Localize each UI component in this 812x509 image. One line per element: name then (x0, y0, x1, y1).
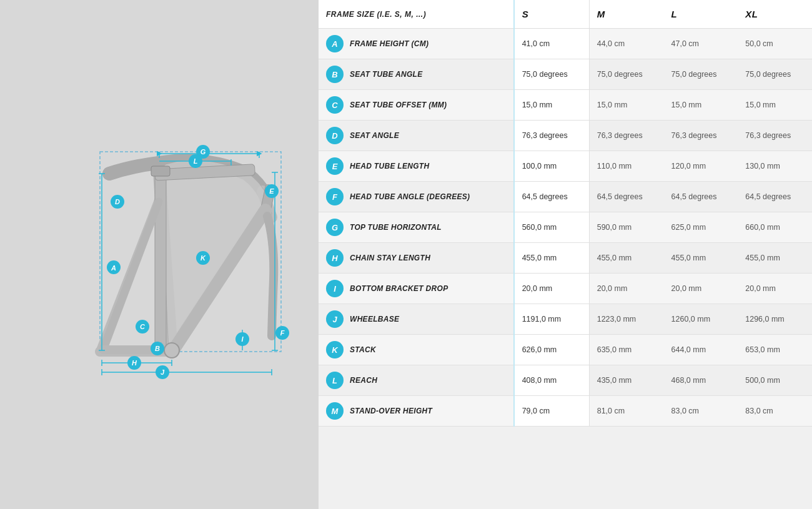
badge-e: E (326, 157, 344, 175)
row-l-m: 435,0 mm (589, 365, 663, 396)
row-a-l: 47,0 cm (664, 29, 738, 59)
size-m-header: M (589, 0, 663, 29)
svg-text:G: G (201, 148, 206, 156)
row-f-xl: 64,5 degrees (738, 182, 812, 212)
row-d-l: 76,3 degrees (664, 121, 738, 151)
row-m-l: 83,0 cm (664, 396, 738, 427)
label-text-g: TOP TUBE HORIZONTAL (350, 223, 442, 232)
row-i-s: 20,0 mm (514, 274, 590, 304)
row-a-m: 44,0 cm (589, 29, 663, 59)
label-text-c: SEAT TUBE OFFSET (MM) (350, 101, 447, 109)
row-m-s: 79,0 cm (514, 396, 590, 427)
svg-text:A: A (111, 264, 116, 272)
row-label-b: B SEAT TUBE ANGLE (319, 59, 514, 90)
badge-k: K (326, 341, 344, 358)
label-text-b: SEAT TUBE ANGLE (350, 70, 423, 79)
badge-h: H (326, 249, 344, 267)
badge-d: D (326, 127, 344, 144)
row-e-l: 120,0 mm (664, 151, 738, 182)
svg-text:D: D (115, 198, 120, 205)
row-label-l: L REACH (319, 365, 514, 396)
row-k-l: 644,0 mm (664, 335, 738, 365)
table-row: C SEAT TUBE OFFSET (MM) 15,0 mm15,0 mm15… (319, 90, 812, 121)
svg-text:K: K (201, 254, 206, 262)
row-e-s: 100,0 mm (514, 151, 590, 182)
row-c-l: 15,0 mm (664, 90, 738, 121)
row-a-s: 41,0 cm (514, 29, 590, 59)
badge-a: A (326, 35, 344, 52)
badge-f: F (326, 188, 344, 205)
row-c-s: 15,0 mm (514, 90, 590, 121)
diagram-section: A B C D E F G (0, 0, 319, 509)
row-label-m: M STAND-OVER HEIGHT (319, 396, 514, 427)
svg-rect-8 (151, 166, 170, 176)
size-s-header: S (514, 0, 590, 29)
table-row: J WHEELBASE 1191,0 mm1223,0 mm1260,0 mm1… (319, 304, 812, 335)
row-j-s: 1191,0 mm (514, 304, 590, 335)
badge-j: J (326, 310, 344, 328)
table-row: M STAND-OVER HEIGHT 79,0 cm81,0 cm83,0 c… (319, 396, 812, 427)
table-row: L REACH 408,0 mm435,0 mm468,0 mm500,0 mm (319, 365, 812, 396)
svg-text:F: F (280, 329, 285, 337)
row-j-l: 1260,0 mm (664, 304, 738, 335)
size-xl-header: XL (738, 0, 812, 29)
row-g-s: 560,0 mm (514, 212, 590, 243)
row-h-xl: 455,0 mm (738, 243, 812, 274)
row-h-l: 455,0 mm (664, 243, 738, 274)
row-f-m: 64,5 degrees (589, 182, 663, 212)
size-l-header: L (664, 0, 738, 29)
label-text-e: HEAD TUBE LENGTH (350, 162, 429, 170)
row-i-xl: 20,0 mm (738, 274, 812, 304)
label-text-f: HEAD TUBE ANGLE (DEGREES) (350, 192, 470, 201)
row-e-xl: 130,0 mm (738, 151, 812, 182)
badge-b: B (326, 66, 344, 83)
row-k-m: 635,0 mm (589, 335, 663, 365)
badge-m: M (326, 402, 344, 420)
row-k-s: 626,0 mm (514, 335, 590, 365)
table-row: D SEAT ANGLE 76,3 degrees76,3 degrees76,… (319, 121, 812, 151)
label-text-k: STACK (350, 345, 376, 354)
label-text-h: CHAIN STAY LENGTH (350, 254, 430, 262)
row-i-l: 20,0 mm (664, 274, 738, 304)
row-l-l: 468,0 mm (664, 365, 738, 396)
row-a-xl: 50,0 cm (738, 29, 812, 59)
row-label-k: K STACK (319, 335, 514, 365)
row-label-a: A FRAME HEIGHT (CM) (319, 29, 514, 59)
row-b-s: 75,0 degrees (514, 59, 590, 90)
row-b-l: 75,0 degrees (664, 59, 738, 90)
badge-c: C (326, 96, 344, 114)
row-g-xl: 660,0 mm (738, 212, 812, 243)
label-text-a: FRAME HEIGHT (CM) (350, 39, 428, 48)
svg-text:C: C (140, 323, 146, 330)
svg-point-7 (164, 343, 179, 358)
row-j-m: 1223,0 mm (589, 304, 663, 335)
svg-text:H: H (132, 359, 137, 367)
badge-i: I (326, 280, 344, 297)
row-l-xl: 500,0 mm (738, 365, 812, 396)
row-label-e: E HEAD TUBE LENGTH (319, 151, 514, 182)
label-text-d: SEAT ANGLE (350, 131, 399, 140)
row-b-m: 75,0 degrees (589, 59, 663, 90)
row-g-l: 625,0 mm (664, 212, 738, 243)
row-k-xl: 653,0 mm (738, 335, 812, 365)
badge-g: G (326, 219, 344, 236)
table-header-row: FRAME SIZE (I.E. S, M, ...) S M L XL (319, 0, 812, 29)
row-f-l: 64,5 degrees (664, 182, 738, 212)
table-row: I BOTTOM BRACKET DROP 20,0 mm20,0 mm20,0… (319, 274, 812, 304)
label-text-l: REACH (350, 376, 377, 385)
table-row: B SEAT TUBE ANGLE 75,0 degrees75,0 degre… (319, 59, 812, 90)
row-label-c: C SEAT TUBE OFFSET (MM) (319, 90, 514, 121)
bike-diagram: A B C D E F G (12, 117, 306, 392)
frame-size-header: FRAME SIZE (I.E. S, M, ...) (319, 0, 514, 29)
row-label-g: G TOP TUBE HORIZONTAL (319, 212, 514, 243)
row-label-h: H CHAIN STAY LENGTH (319, 243, 514, 274)
svg-text:L: L (194, 157, 198, 165)
table-row: H CHAIN STAY LENGTH 455,0 mm455,0 mm455,… (319, 243, 812, 274)
row-m-xl: 83,0 cm (738, 396, 812, 427)
main-container: A B C D E F G (0, 0, 812, 509)
geometry-table: FRAME SIZE (I.E. S, M, ...) S M L XL A F… (319, 0, 812, 427)
svg-text:J: J (161, 368, 165, 376)
row-d-s: 76,3 degrees (514, 121, 590, 151)
row-j-xl: 1296,0 mm (738, 304, 812, 335)
row-g-m: 590,0 mm (589, 212, 663, 243)
